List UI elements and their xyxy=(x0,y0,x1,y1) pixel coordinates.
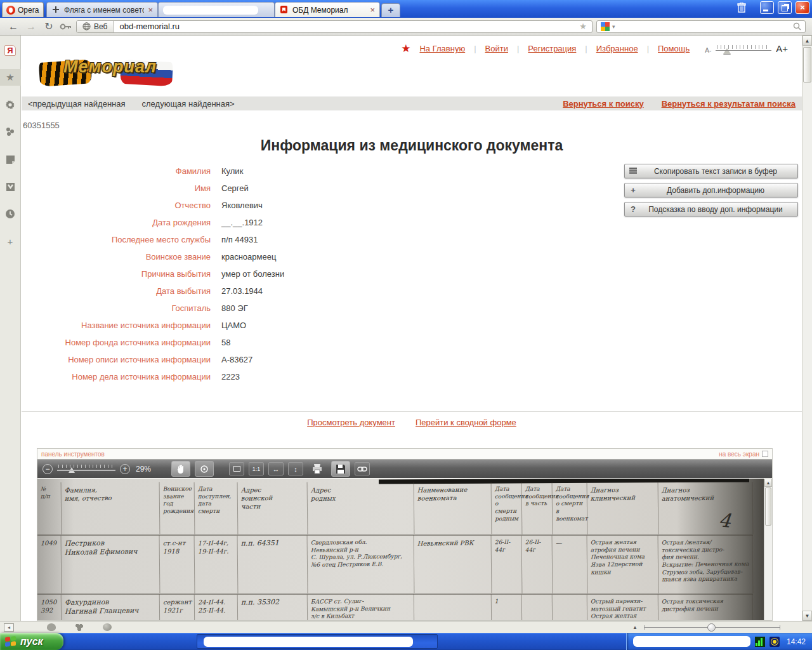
gear-icon[interactable] xyxy=(0,96,21,113)
back-to-results-link[interactable]: Вернуться к результатам поиска xyxy=(662,99,796,109)
notes-panel-icon[interactable] xyxy=(0,151,21,168)
wireless-tray-icon[interactable] xyxy=(769,637,780,647)
tab-obd-memorial[interactable]: ОБД Мемориал × xyxy=(275,2,380,17)
close-button[interactable]: × xyxy=(796,1,809,14)
downloads-panel-icon[interactable] xyxy=(0,178,21,195)
nav-link-login[interactable]: Войти xyxy=(485,44,508,53)
page-zoom-slider[interactable] xyxy=(644,623,780,632)
scrollbar-thumb[interactable] xyxy=(803,47,811,83)
scan-cell: 1050 392 xyxy=(37,595,62,620)
tab-close-icon[interactable]: × xyxy=(370,7,375,13)
font-decrease-button[interactable]: А- xyxy=(705,47,711,54)
search-field[interactable]: ▾ xyxy=(596,20,806,33)
page-content: ★ На Главную| Войти| Регистрация| Избран… xyxy=(22,36,802,621)
minimize-button[interactable] xyxy=(760,1,774,14)
scanned-document[interactable]: № п/п Фамилия, имя, отчество Воинское зв… xyxy=(37,479,764,620)
back-to-search-link[interactable]: Вернуться к поиску xyxy=(563,99,643,109)
hint-button[interactable]: ? Подсказка по вводу доп. информации xyxy=(624,202,798,216)
pan-hand-button[interactable] xyxy=(171,461,190,477)
scroll-down-icon[interactable]: ▼ xyxy=(802,611,812,621)
scan-cell: Фахурдинов Нагинай Гланцевич xyxy=(62,594,160,620)
wand-icon[interactable] xyxy=(60,23,72,30)
fullscreen-checkbox[interactable] xyxy=(762,451,768,457)
sync-icon[interactable] xyxy=(47,623,56,631)
windows-taskbar: пуск 14:42 xyxy=(0,633,812,650)
copy-record-button[interactable]: Скопировать текст записи в буфер xyxy=(624,164,798,178)
new-tab-button[interactable]: + xyxy=(381,3,400,17)
nav-link-home[interactable]: На Главную xyxy=(419,44,465,53)
document-scrollbar[interactable]: ▲ xyxy=(764,479,772,620)
next-found-link[interactable]: следующая найденная> xyxy=(142,99,235,109)
zoom-popup-icon[interactable]: ▲ xyxy=(632,625,638,630)
slider-thumb[interactable] xyxy=(723,48,731,54)
font-increase-button[interactable]: А+ xyxy=(776,43,788,54)
tab-close-icon[interactable]: × xyxy=(148,7,153,13)
field-label: Госпиталь xyxy=(22,303,211,313)
zoom-select-button[interactable] xyxy=(195,461,214,477)
link-button[interactable] xyxy=(355,462,370,475)
web-badge[interactable]: Веб xyxy=(77,21,114,32)
unite-status-icon[interactable] xyxy=(75,623,84,631)
scan-header-cell: Фамилия, имя, отчество xyxy=(62,482,160,535)
start-button[interactable]: пуск xyxy=(0,633,63,650)
scroll-up-icon[interactable]: ▲ xyxy=(802,36,812,46)
separator: | xyxy=(474,44,476,53)
nav-link-help[interactable]: Помощь xyxy=(658,44,690,53)
font-size-slider[interactable] xyxy=(716,45,771,54)
add-info-button[interactable]: + Добавить доп.информацию xyxy=(624,183,798,197)
bookmarks-panel-icon[interactable]: ★ xyxy=(0,69,21,86)
slider-knob[interactable] xyxy=(707,623,716,632)
slider-thumb[interactable] xyxy=(69,467,75,473)
taskbar-window-button[interactable] xyxy=(197,634,438,649)
zoom-in-button[interactable]: + xyxy=(120,464,130,474)
prev-found-link[interactable]: <предыдущая найденная xyxy=(28,99,126,109)
bookmark-star-icon[interactable]: ★ xyxy=(579,22,592,31)
nav-link-register[interactable]: Регистрация xyxy=(528,44,576,53)
print-button[interactable] xyxy=(308,461,327,477)
memorial-logo[interactable]: Мемориал xyxy=(39,52,173,93)
unite-icon[interactable] xyxy=(0,124,21,140)
search-icon[interactable] xyxy=(793,22,801,30)
yandex-bookmarklet-icon[interactable]: Я xyxy=(0,42,21,58)
fit-width-button[interactable]: ↔ xyxy=(268,462,284,475)
reload-icon[interactable]: ↻ xyxy=(42,20,56,32)
scan-header-cell: Воинское звание год рождения xyxy=(160,482,195,535)
nav-link-favorites[interactable]: Избранное xyxy=(596,44,638,53)
save-button[interactable] xyxy=(331,461,350,477)
scan-header-cell: Дата сообщения о смерти в военкомат xyxy=(553,482,588,535)
fit-page-button[interactable] xyxy=(229,462,244,475)
search-engine-dropdown-icon[interactable]: ▾ xyxy=(612,23,615,30)
tab-flyaga[interactable]: Фляга с именем советс... × xyxy=(46,2,158,17)
url-field[interactable]: Веб obd-memorial.ru ★ xyxy=(76,20,593,33)
scan-header-cell: Наименование военкомата xyxy=(414,482,492,534)
page-scrollbar[interactable]: ▲ ▼ xyxy=(802,36,812,621)
history-panel-icon[interactable] xyxy=(0,206,21,222)
actual-size-button[interactable]: 1:1 xyxy=(249,462,264,475)
view-document-link[interactable]: Просмотреть документ xyxy=(307,418,395,427)
zoom-out-button[interactable]: − xyxy=(43,464,53,474)
browser-status-bar: ◂ ▲ xyxy=(0,621,812,633)
panel-toggle-button[interactable]: ◂ xyxy=(4,623,14,632)
add-panel-icon[interactable]: + xyxy=(0,233,21,249)
forward-icon[interactable]: → xyxy=(24,21,38,32)
tab-censored[interactable] xyxy=(158,2,275,17)
scan-cell: Свердловская обл. Невьянский р-н С. Шура… xyxy=(308,535,415,594)
network-activity-tray-icon[interactable] xyxy=(755,637,765,647)
turbo-icon[interactable] xyxy=(103,623,112,631)
restore-button[interactable] xyxy=(778,1,792,14)
scan-cell: п.п. 35302 xyxy=(238,594,308,620)
url-text[interactable]: obd-memorial.ru xyxy=(114,22,579,31)
record-id: 60351555 xyxy=(23,121,60,130)
summary-form-link[interactable]: Перейти к сводной форме xyxy=(416,418,516,427)
fit-height-button[interactable]: ↕ xyxy=(288,462,303,475)
zoom-slider[interactable] xyxy=(57,465,115,474)
trash-icon[interactable] xyxy=(737,3,746,13)
scrollbar-thumb[interactable] xyxy=(765,488,771,526)
scan-cell: 1 xyxy=(492,595,523,620)
opera-menu-button[interactable]: Opera xyxy=(2,2,44,17)
scan-cell: 26-II-44г xyxy=(492,536,523,594)
taskbar-clock[interactable]: 14:42 xyxy=(787,637,806,646)
scroll-up-icon[interactable]: ▲ xyxy=(764,479,772,487)
back-icon[interactable]: ← xyxy=(6,21,20,32)
opera-menu-label: Opera xyxy=(18,6,39,15)
